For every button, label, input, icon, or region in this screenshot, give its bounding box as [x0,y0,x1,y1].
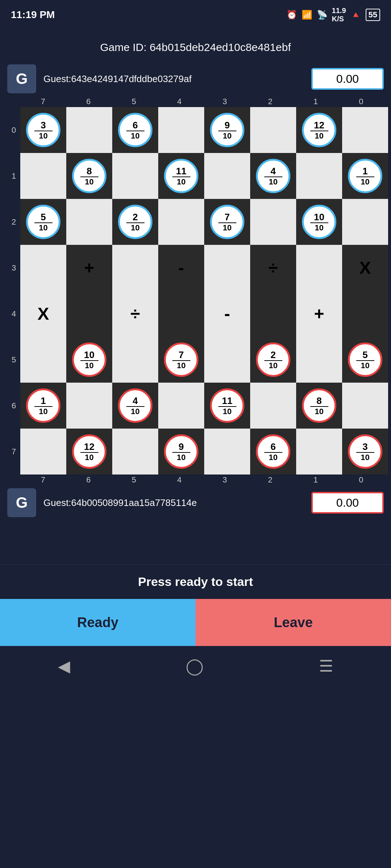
piece-red-2-10[interactable]: 2 10 [256,342,290,377]
cell-7-2[interactable]: 6 10 [250,429,296,475]
piece-red-3-10[interactable]: 3 10 [348,434,382,469]
cell-4-0[interactable] [342,291,388,337]
leave-button[interactable]: Leave [196,599,391,646]
cell-6-0[interactable] [342,383,388,429]
cell-4-4[interactable] [158,291,204,337]
cell-5-5[interactable] [112,337,158,383]
cell-6-7[interactable]: 1 10 [20,383,66,429]
cell-5-0[interactable]: 5 10 [342,337,388,383]
cell-2-4[interactable] [158,199,204,245]
cell-1-4[interactable]: 11 10 [158,153,204,199]
cell-2-2[interactable] [250,199,296,245]
cell-2-6[interactable] [66,199,112,245]
cell-1-2[interactable]: 4 10 [250,153,296,199]
cell-1-0[interactable]: 1 10 [342,153,388,199]
cell-0-3[interactable]: 9 10 [204,107,250,153]
cell-6-1[interactable]: 8 10 [296,383,342,429]
cell-5-7[interactable] [20,337,66,383]
piece-blue-1-10[interactable]: 1 10 [348,159,382,193]
cell-3-2-div[interactable]: ÷ [250,245,296,291]
piece-red-6-10[interactable]: 6 10 [256,434,290,469]
piece-red-5-10[interactable]: 5 10 [348,342,382,377]
piece-blue-8-10[interactable]: 8 10 [72,159,106,193]
status-time: 11:19 PM [11,9,55,21]
cell-7-4[interactable]: 9 10 [158,429,204,475]
cell-0-6[interactable] [66,107,112,153]
cell-4-3-minus[interactable]: - [204,291,250,337]
piece-red-12-10[interactable]: 12 10 [72,434,106,469]
piece-blue-5-10[interactable]: 5 10 [26,205,60,239]
cell-3-7[interactable] [20,245,66,291]
piece-blue-4-10[interactable]: 4 10 [256,159,290,193]
piece-red-9-10[interactable]: 9 10 [164,434,198,469]
home-icon[interactable]: ◯ [186,657,203,675]
cell-3-0-mul[interactable]: X [342,245,388,291]
piece-blue-9-10[interactable]: 9 10 [210,113,244,147]
ready-button[interactable]: Ready [0,599,196,646]
cell-3-3[interactable] [204,245,250,291]
piece-blue-10-10[interactable]: 10 10 [302,205,336,239]
cell-2-7[interactable]: 5 10 [20,199,66,245]
cell-0-7[interactable]: 3 10 [20,107,66,153]
cell-0-0[interactable] [342,107,388,153]
cell-2-3[interactable]: 7 10 [204,199,250,245]
menu-icon[interactable]: ☰ [319,657,333,675]
cell-3-6-plus[interactable]: + [66,245,112,291]
cell-3-5[interactable] [112,245,158,291]
piece-blue-11-10[interactable]: 11 10 [164,159,198,193]
piece-red-4-10[interactable]: 4 10 [118,388,152,423]
piece-red-7-10[interactable]: 7 10 [164,342,198,377]
cell-5-3[interactable] [204,337,250,383]
cell-7-0[interactable]: 3 10 [342,429,388,475]
back-icon[interactable]: ◀ [58,657,70,675]
cell-0-5[interactable]: 6 10 [112,107,158,153]
cell-2-5[interactable]: 2 10 [112,199,158,245]
data-speed: 11.9K/S [332,7,346,23]
piece-blue-2-10[interactable]: 2 10 [118,205,152,239]
player1-name: Guest:643e4249147dfddbe03279af [43,73,304,85]
board-inner: 0 1 2 3 4 5 6 7 3 10 [7,107,384,475]
cell-3-1[interactable] [296,245,342,291]
piece-red-10-10[interactable]: 10 10 [72,342,106,377]
cell-5-4[interactable]: 7 10 [158,337,204,383]
cell-6-6[interactable] [66,383,112,429]
cell-7-5[interactable] [112,429,158,475]
cell-0-4[interactable] [158,107,204,153]
piece-blue-12-10[interactable]: 12 10 [302,113,336,147]
cell-1-3[interactable] [204,153,250,199]
cell-7-3[interactable] [204,429,250,475]
cell-6-5[interactable]: 4 10 [112,383,158,429]
board-grid[interactable]: 3 10 6 10 9 [20,107,388,475]
cell-1-5[interactable] [112,153,158,199]
piece-red-1-10[interactable]: 1 10 [26,388,60,423]
piece-blue-6-10[interactable]: 6 10 [118,113,152,147]
player1-row: G Guest:643e4249147dfddbe03279af 0.00 [7,64,384,93]
signal-icon: 📡 [317,10,328,20]
piece-red-11-10[interactable]: 11 10 [210,388,244,423]
cell-4-7-mul[interactable]: X [20,291,66,337]
cell-7-6[interactable]: 12 10 [66,429,112,475]
cell-3-4-minus[interactable]: - [158,245,204,291]
cell-6-2[interactable] [250,383,296,429]
cell-7-1[interactable] [296,429,342,475]
cell-5-2[interactable]: 2 10 [250,337,296,383]
cell-1-6[interactable]: 8 10 [66,153,112,199]
cell-1-1[interactable] [296,153,342,199]
cell-4-5-div[interactable]: ÷ [112,291,158,337]
cell-0-2[interactable] [250,107,296,153]
piece-red-8-10[interactable]: 8 10 [302,388,336,423]
cell-4-2[interactable] [250,291,296,337]
piece-blue-7-10[interactable]: 7 10 [210,205,244,239]
cell-2-0[interactable] [342,199,388,245]
cell-6-4[interactable] [158,383,204,429]
cell-5-6[interactable]: 10 10 [66,337,112,383]
cell-4-1-plus[interactable]: + [296,291,342,337]
cell-4-6[interactable] [66,291,112,337]
cell-0-1[interactable]: 12 10 [296,107,342,153]
cell-5-1[interactable] [296,337,342,383]
cell-1-7[interactable] [20,153,66,199]
piece-blue-3-10[interactable]: 3 10 [26,113,60,147]
cell-7-7[interactable] [20,429,66,475]
cell-2-1[interactable]: 10 10 [296,199,342,245]
cell-6-3[interactable]: 11 10 [204,383,250,429]
